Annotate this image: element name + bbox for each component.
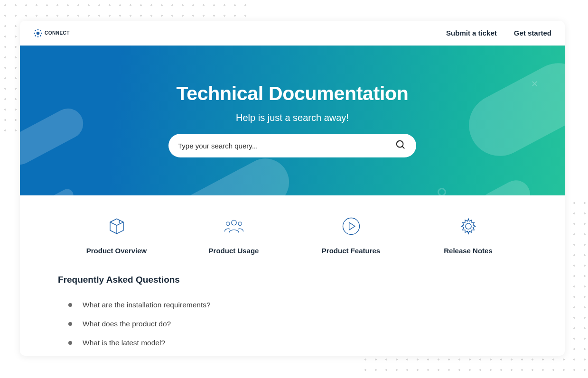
- faq-item[interactable]: What does the product do?: [58, 314, 527, 333]
- cat-product-overview[interactable]: Product Overview: [58, 216, 175, 255]
- svg-line-10: [402, 147, 405, 149]
- svg-point-9: [397, 141, 403, 148]
- main-card: CONNECT Submit a ticket Get started ✕ Te…: [20, 21, 565, 356]
- gear-icon: [458, 216, 478, 238]
- svg-point-13: [238, 222, 242, 226]
- svg-point-6: [40, 30, 41, 31]
- hero-shape: [20, 103, 88, 170]
- logo-text: CONNECT: [45, 30, 70, 36]
- cat-release-notes[interactable]: Release Notes: [410, 216, 527, 255]
- svg-point-5: [35, 30, 36, 31]
- svg-point-14: [343, 218, 359, 235]
- search-input[interactable]: [178, 142, 395, 150]
- cat-product-usage[interactable]: Product Usage: [175, 216, 292, 255]
- circle-icon: [438, 188, 446, 195]
- faq-item-text: What is the latest model?: [83, 339, 165, 347]
- faq-list: What are the installation requirements? …: [58, 295, 527, 352]
- faq-item-text: What are the installation requirements?: [83, 301, 211, 309]
- cat-label: Product Usage: [209, 247, 259, 255]
- logo[interactable]: CONNECT: [33, 28, 70, 38]
- faq-item[interactable]: What is the latest model?: [58, 333, 527, 352]
- search-box: [168, 134, 416, 157]
- hero-banner: ✕ Technical Documentation Help is just a…: [20, 46, 565, 195]
- search-icon[interactable]: [395, 139, 406, 152]
- faq-heading: Frequently Asked Questions: [58, 275, 527, 285]
- svg-point-11: [231, 220, 236, 225]
- faq-item-text: What does the product do?: [83, 320, 171, 328]
- svg-point-15: [465, 223, 471, 229]
- hero-subtitle: Help is just a search away!: [236, 112, 349, 123]
- hero-title: Technical Documentation: [177, 83, 409, 105]
- faq-item[interactable]: What are the installation requirements?: [58, 295, 527, 314]
- svg-point-0: [37, 31, 40, 35]
- svg-point-1: [37, 29, 39, 30]
- nav-submit-ticket[interactable]: Submit a ticket: [446, 29, 497, 37]
- nav-get-started[interactable]: Get started: [514, 29, 551, 37]
- x-icon: ✕: [531, 79, 538, 89]
- top-nav: Submit a ticket Get started: [446, 29, 551, 37]
- play-icon: [341, 216, 361, 238]
- cat-label: Product Features: [322, 247, 380, 255]
- logo-icon: [33, 28, 43, 38]
- cat-product-features[interactable]: Product Features: [292, 216, 410, 255]
- people-icon: [224, 216, 244, 238]
- svg-point-2: [37, 36, 39, 37]
- svg-point-12: [226, 222, 230, 226]
- hero-shape: [476, 175, 535, 195]
- hero-shape: [458, 52, 565, 167]
- svg-point-8: [40, 35, 41, 37]
- svg-point-7: [35, 35, 36, 37]
- hero-shape: [49, 187, 75, 195]
- top-header: CONNECT Submit a ticket Get started: [20, 21, 565, 46]
- cat-label: Product Overview: [86, 247, 147, 255]
- package-icon: [107, 216, 127, 238]
- category-row: Product Overview Product Usage: [20, 195, 565, 255]
- svg-point-3: [34, 32, 35, 34]
- faq-section: Frequently Asked Questions What are the …: [20, 255, 565, 352]
- svg-point-4: [41, 32, 42, 34]
- cat-label: Release Notes: [444, 247, 493, 255]
